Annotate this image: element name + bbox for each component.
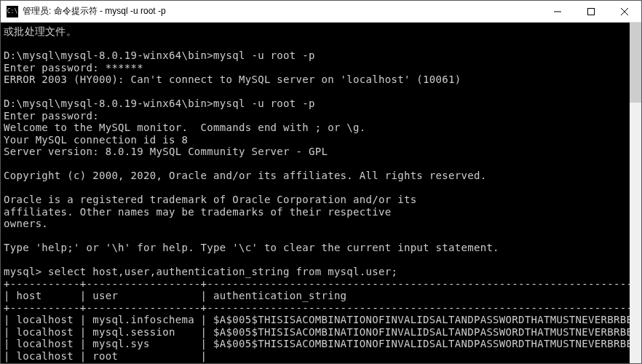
close-button[interactable] [608, 1, 641, 23]
scrollbar-thumb[interactable] [630, 23, 641, 103]
terminal-output[interactable]: 或批处理文件。 D:\mysql\mysql-8.0.19-winx64\bin… [1, 23, 641, 364]
cmd-icon: C:\ [7, 6, 18, 17]
window-title: 管理员: 命令提示符 - mysql -u root -p [23, 5, 541, 17]
svg-rect-0 [588, 8, 595, 15]
window-titlebar: C:\ 管理员: 命令提示符 - mysql -u root -p [1, 1, 641, 23]
window-controls [541, 1, 641, 23]
vertical-scrollbar[interactable] [630, 23, 641, 363]
minimize-button[interactable] [541, 1, 574, 23]
maximize-button[interactable] [574, 1, 608, 23]
